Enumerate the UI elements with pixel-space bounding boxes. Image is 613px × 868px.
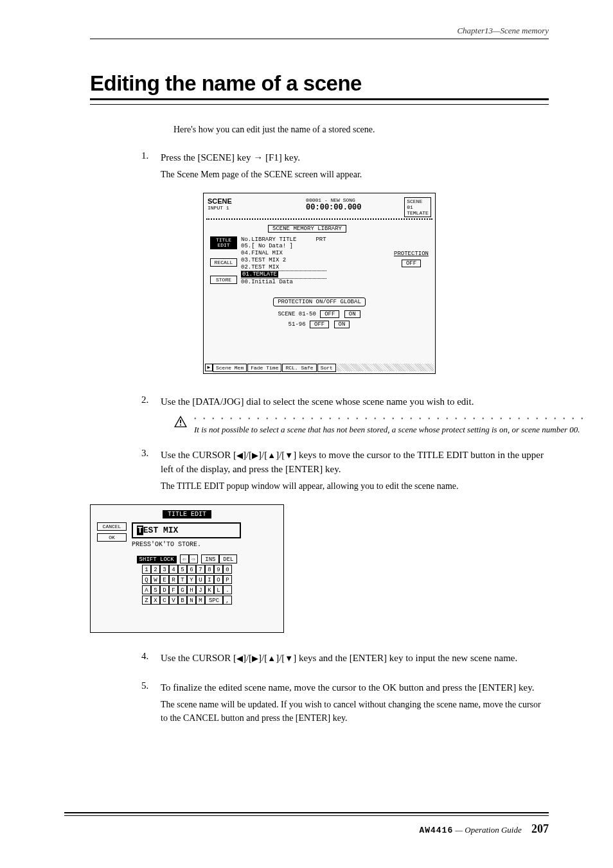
caution-text: It is not possible to select a scene tha…	[194, 423, 586, 436]
te-row-qwerty: QWERTYUIOP	[97, 575, 277, 584]
scene-screen-image: SCENE INPUT 1 00001 - NEW SONG 00:00:00.…	[203, 193, 436, 374]
scr-r2-on: ON	[334, 321, 350, 328]
footer-rule-2	[64, 815, 549, 816]
title-edit-popup-image: TITLE EDIT CANCEL OK TEST MIX PRESS'OK'T…	[90, 504, 284, 633]
scr-item-3: 03.TEST MIX 2	[241, 257, 326, 264]
te-row-numbers: 1234567890	[97, 565, 277, 574]
scr-r2-off: OFF	[310, 321, 329, 328]
step-1-body: The Scene Mem page of the SCENE screen w…	[161, 168, 549, 181]
caution-note: • • • • • • • • • • • • • • • • • • • • …	[173, 415, 549, 436]
te-key-left: ⇦	[180, 554, 189, 563]
scr-range-2: 51-96	[289, 321, 306, 328]
arrow-down-icon: ▼	[285, 450, 293, 460]
te-shift-lock: SHIFT LOCK	[137, 556, 177, 563]
te-input-field: TEST MIX	[132, 522, 241, 538]
te-cancel-btn: CANCEL	[97, 522, 127, 531]
scr-scene-label: SCENE	[208, 197, 306, 205]
scr-item-1-selected: 01.TEMLATE	[241, 271, 278, 278]
footer-guide: — Operation Guide	[453, 825, 522, 835]
page-footer: AW4416 — Operation Guide 207	[64, 812, 549, 836]
step-4-number: 4.	[141, 651, 161, 668]
footer-rule-1	[64, 812, 549, 813]
svg-rect-0	[180, 420, 181, 423]
step-3-head: Use the CURSOR [◀]/[▶]/[▲]/[▼] keys to m…	[161, 448, 549, 477]
scr-scene-name: TEMLATE	[407, 210, 429, 216]
footer-model: AW4416	[419, 826, 453, 835]
step-3-number: 3.	[141, 448, 161, 493]
arrow-left-icon: ◀	[236, 450, 243, 460]
te-key-spc: SPC	[205, 596, 223, 605]
arrow-right-icon: ▶	[252, 653, 258, 663]
scr-tab-sort: Sort	[317, 364, 336, 372]
page-header: Chapter13—Scene memory	[90, 26, 549, 36]
intro-text: Here's how you can edit just the name of…	[173, 123, 549, 136]
scr-protection-label: PROTECTION	[394, 251, 429, 257]
step-2-number: 2.	[141, 394, 161, 412]
scr-song-info: 00001 - NEW SONG	[306, 197, 404, 203]
caution-dots: • • • • • • • • • • • • • • • • • • • • …	[194, 415, 586, 422]
te-ok-btn: OK	[97, 533, 127, 542]
step-5-head: To finalize the edited scene name, move …	[161, 680, 549, 695]
te-input-text: EST MIX	[143, 526, 179, 535]
figure-title-edit-popup: TITLE EDIT CANCEL OK TEST MIX PRESS'OK'T…	[90, 504, 549, 633]
step-5: 5. To finalize the edited scene name, mo…	[141, 680, 549, 725]
te-cursor-char: T	[137, 526, 143, 535]
arrow-up-icon: ▲	[267, 450, 276, 460]
scr-time: 00:00:00.000	[306, 203, 404, 212]
scr-prt-header: PRT	[315, 236, 326, 244]
scr-tab-fadetime: Fade Time	[247, 364, 281, 372]
arrow-left-icon: ◀	[236, 653, 243, 663]
scr-range-1: SCENE 01-50	[278, 311, 315, 317]
footer-page-number: 207	[531, 822, 549, 835]
te-hint: PRESS'OK'TO STORE.	[132, 541, 241, 548]
arrow-up-icon: ▲	[267, 653, 276, 663]
te-title: TITLE EDIT	[163, 510, 211, 518]
step-1: 1. Press the [SCENE] key → [F1] key. The…	[141, 150, 549, 181]
scr-btn-recall: RECALL	[210, 258, 237, 267]
arrow-down-icon: ▼	[285, 653, 293, 663]
step-1-number: 1.	[141, 150, 161, 181]
scr-item-2: 02.TEST MIX	[241, 264, 326, 272]
te-row-asdf: ASDFGHJKL.	[97, 585, 277, 594]
scr-input-label: INPUT 1	[208, 205, 306, 211]
scr-tab-rclsafe: RCL. Safe	[282, 364, 316, 372]
scr-library-title: SCENE MEMORY LIBRARY	[268, 225, 346, 233]
scr-protection-off: OFF	[402, 260, 421, 267]
step-2-head: Use the [DATA/JOG] dial to select the sc…	[161, 394, 549, 409]
step-2: 2. Use the [DATA/JOG] dial to select the…	[141, 394, 549, 412]
te-key-ins: INS	[201, 554, 219, 563]
figure-scene-screen: SCENE INPUT 1 00001 - NEW SONG 00:00:00.…	[90, 193, 549, 376]
page-title: Editing the name of a scene	[90, 71, 549, 100]
te-keyboard: SHIFT LOCK ⇦⇨ INSDEL 1234567890 QWERTYUI…	[97, 554, 277, 605]
scr-item-4: 04.FINAL MIX	[241, 250, 326, 257]
arrow-right-icon: ▶	[252, 450, 258, 460]
te-key-del: DEL	[219, 554, 237, 563]
scr-btn-store: STORE	[210, 276, 237, 284]
warning-icon	[173, 415, 188, 428]
scr-prot-global-title: PROTECTION ON/OFF GLOBAL	[273, 297, 366, 306]
scr-r1-off: OFF	[320, 310, 339, 318]
scr-r1-on: ON	[344, 310, 360, 318]
step-3: 3. Use the CURSOR [◀]/[▶]/[▲]/[▼] keys t…	[141, 448, 549, 493]
scr-scene-num: SCENE 01	[407, 199, 429, 210]
step-4-head: Use the CURSOR [◀]/[▶]/[▲]/[▼] keys and …	[161, 651, 549, 666]
svg-rect-1	[180, 425, 181, 426]
step-1-head: Press the [SCENE] key → [F1] key.	[161, 150, 549, 165]
scr-list-header: No.LIBRARY TITLE	[241, 236, 296, 244]
scr-tab-scenemem: Scene Mem	[213, 364, 247, 372]
scr-item-5: 05.[ No Data! ]	[241, 243, 326, 250]
title-underline	[90, 104, 549, 105]
scr-item-0: 00.Initial Data	[241, 278, 326, 286]
step-5-body: The scene name will be updated. If you w…	[161, 698, 549, 725]
te-key-right: ⇨	[189, 554, 198, 563]
scr-btn-title-edit: TITLEEDIT	[210, 236, 237, 249]
step-4: 4. Use the CURSOR [◀]/[▶]/[▲]/[▼] keys a…	[141, 651, 549, 668]
te-row-zxcv: ZXCVBNMSPC,	[97, 596, 277, 605]
step-5-number: 5.	[141, 680, 161, 725]
header-rule	[90, 39, 549, 39]
step-3-body: The TITLE EDIT popup window will appear,…	[161, 479, 549, 493]
